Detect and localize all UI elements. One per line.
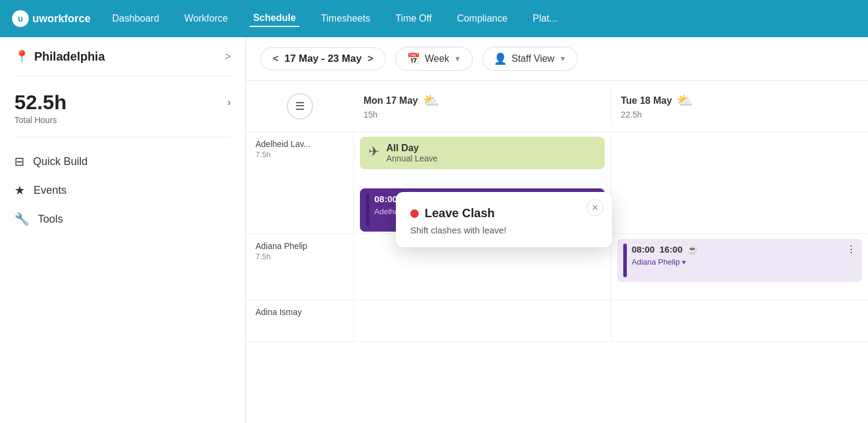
location-pin-icon: 📍 — [14, 49, 29, 64]
schedule-content: < 17 May - 23 May > 📅 Week ▼ 👤 Staff Vie… — [246, 37, 868, 423]
top-navigation: u uworkforce Dashboard Workforce Schedul… — [0, 0, 868, 37]
filter-button[interactable]: ☰ — [287, 93, 313, 119]
cell-adelheid-tue — [611, 132, 868, 233]
plane-icon: ✈ — [368, 144, 379, 160]
shift-bar-adiana — [623, 244, 627, 277]
leave-card-subtitle: Annual Leave — [386, 154, 438, 163]
staff-caret-icon: ▼ — [559, 55, 566, 63]
row-staff-adelheid: Adelheid Lav... 7.5h — [246, 132, 354, 233]
nav-workforce[interactable]: Workforce — [181, 11, 232, 26]
date-next-button[interactable]: > — [368, 53, 373, 64]
week-view-selector[interactable]: 📅 Week ▼ — [395, 47, 473, 71]
shift-card-adiana-content: 08:00 16:00 ☕ ⋮ Adiana Phelip ▾ — [632, 244, 856, 266]
row-cells-adina — [354, 300, 868, 341]
shift-more-icon-adiana[interactable]: ⋮ — [846, 244, 856, 255]
sidebar-item-events[interactable]: ★ Events — [14, 178, 231, 202]
sidebar-item-quick-build[interactable]: ⊟ Quick Build — [14, 149, 231, 173]
leave-card-title: All Day — [386, 143, 438, 154]
nav-dashboard[interactable]: Dashboard — [109, 11, 163, 26]
events-label: Events — [34, 184, 67, 197]
location-selector[interactable]: 📍 Philadelphia > — [14, 49, 231, 76]
main-layout: 📍 Philadelphia > 52.5h › Total Hours ⊟ Q… — [0, 37, 868, 423]
leave-card-adelheid[interactable]: ✈ All Day Annual Leave — [360, 137, 605, 169]
cell-adina-mon — [354, 300, 611, 341]
staff-view-label: Staff View — [512, 53, 554, 64]
staff-hours-adelheid: 7.5h — [256, 150, 344, 159]
nav-timesheets[interactable]: Timesheets — [317, 11, 374, 26]
filter-column-header: ☰ — [246, 88, 354, 124]
shift-card-adiana[interactable]: 08:00 16:00 ☕ ⋮ Adiana Phelip ▾ — [617, 239, 862, 282]
day-hours-tue: 22.5h — [621, 110, 858, 119]
popup-close-button[interactable]: × — [587, 199, 603, 216]
day-name-tue: Tue 18 May — [621, 95, 672, 106]
leave-clash-popup: × Leave Clash Shift clashes with leave! — [396, 192, 612, 247]
nav-schedule[interactable]: Schedule — [250, 10, 299, 27]
quick-build-label: Quick Build — [33, 155, 88, 168]
location-name: Philadelphia — [34, 50, 220, 64]
total-hours-label: Total Hours — [14, 115, 231, 125]
shift-bar — [366, 193, 370, 227]
cell-adina-tue — [611, 300, 868, 341]
total-hours-value: 52.5h — [14, 91, 67, 114]
date-prev-button[interactable]: < — [273, 53, 278, 64]
tools-icon: 🔧 — [14, 212, 29, 226]
nav-compliance[interactable]: Compliance — [453, 11, 511, 26]
popup-title: Leave Clash — [410, 206, 597, 220]
week-caret-icon: ▼ — [454, 55, 461, 63]
sidebar-menu: ⊟ Quick Build ★ Events 🔧 Tools — [14, 137, 231, 231]
week-label: Week — [425, 53, 449, 64]
day-header-tue: Tue 18 May ⛅ 22.5h — [611, 88, 868, 124]
sidebar: 📍 Philadelphia > 52.5h › Total Hours ⊟ Q… — [0, 37, 246, 423]
staff-name-adelheid: Adelheid Lav... — [256, 139, 344, 149]
popup-dot-icon — [410, 209, 419, 218]
row-adina: Adina Ismay — [246, 300, 868, 342]
nav-timeoff[interactable]: Time Off — [392, 11, 435, 26]
grid-header: ☰ Mon 17 May ⛅ 15h Tue 18 May ⛅ 22.5h — [246, 81, 868, 132]
staff-name-adina: Adina Ismay — [256, 307, 344, 317]
row-staff-adiana: Adiana Phelip 7.5h — [246, 234, 354, 299]
events-icon: ★ — [14, 183, 25, 197]
app-logo: u uworkforce — [12, 10, 91, 27]
schedule-grid: ☰ Mon 17 May ⛅ 15h Tue 18 May ⛅ 22.5h — [246, 81, 868, 423]
schedule-toolbar: < 17 May - 23 May > 📅 Week ▼ 👤 Staff Vie… — [246, 37, 868, 81]
staff-hours-adiana: 7.5h — [256, 252, 344, 261]
day-hours-mon: 15h — [364, 110, 601, 119]
shift-time-start-adiana: 08:00 — [632, 244, 654, 254]
day-header-mon: Mon 17 May ⛅ 15h — [354, 88, 611, 124]
date-navigator: < 17 May - 23 May > — [260, 47, 386, 70]
staff-icon: 👤 — [494, 52, 507, 65]
shift-staff-name-adiana: Adiana Phelip — [632, 257, 680, 266]
location-arrow-icon: > — [224, 50, 231, 63]
popup-description: Shift clashes with leave! — [410, 225, 597, 235]
weather-icon-mon: ⛅ — [423, 93, 439, 109]
hours-arrow[interactable]: › — [227, 96, 231, 109]
nav-platform[interactable]: Plat... — [529, 11, 561, 26]
shift-camera-icon-adiana: ☕ — [687, 245, 698, 254]
shift-time-end-adiana: 16:00 — [659, 244, 682, 254]
weather-icon-tue: ⛅ — [677, 93, 693, 109]
shift-time-start: 08:00 — [374, 194, 397, 204]
sidebar-item-tools[interactable]: 🔧 Tools — [14, 207, 231, 231]
day-name-mon: Mon 17 May — [364, 95, 418, 106]
staff-name-adiana: Adiana Phelip — [256, 241, 344, 251]
calendar-icon: 📅 — [407, 52, 420, 65]
date-range-label: 17 May - 23 May — [284, 53, 362, 65]
tools-label: Tools — [38, 213, 63, 226]
cell-adiana-tue: 08:00 16:00 ☕ ⋮ Adiana Phelip ▾ — [611, 234, 868, 299]
total-hours-section: 52.5h › Total Hours — [14, 76, 231, 137]
row-staff-adina: Adina Ismay — [246, 300, 354, 341]
filter-icon: ☰ — [295, 100, 305, 113]
staff-view-selector[interactable]: 👤 Staff View ▼ — [482, 47, 578, 71]
quick-build-icon: ⊟ — [14, 154, 25, 169]
